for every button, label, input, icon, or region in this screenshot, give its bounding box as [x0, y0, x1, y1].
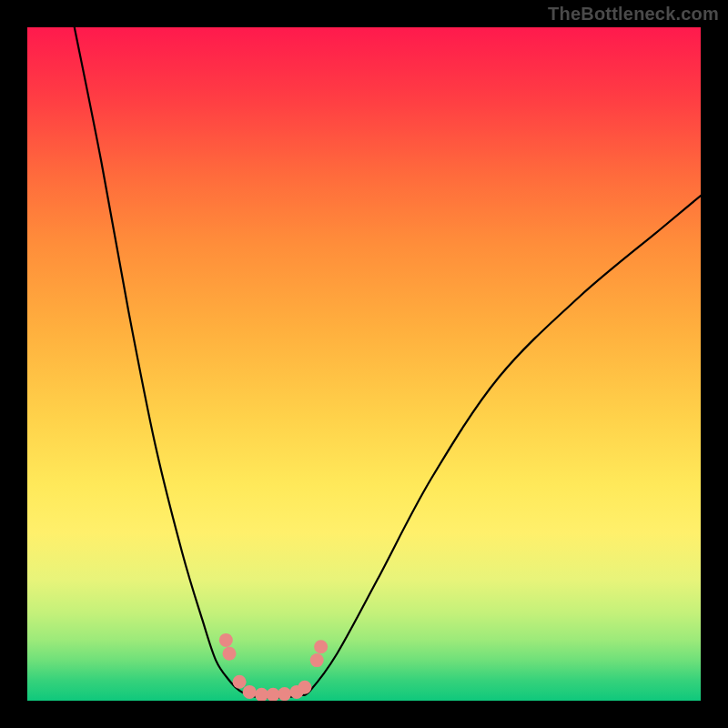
valley-dot [233, 675, 247, 689]
watermark-text: TheBottleneck.com [548, 4, 719, 25]
valley-dot [243, 685, 257, 699]
plot-area [27, 27, 701, 701]
valley-dot [223, 647, 237, 661]
bottleneck-curve [75, 27, 701, 697]
valley-dot [310, 653, 324, 667]
curve-svg [27, 27, 701, 701]
valley-dot [298, 681, 311, 694]
valley-dot [278, 687, 291, 701]
valley-dot [219, 633, 233, 647]
chart-stage: TheBottleneck.com [0, 0, 728, 728]
valley-dot [314, 640, 328, 653]
